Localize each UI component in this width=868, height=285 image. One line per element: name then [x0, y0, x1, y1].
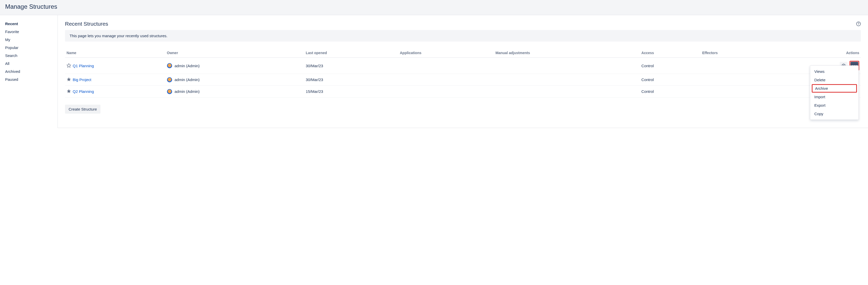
- help-icon[interactable]: ?: [856, 22, 861, 26]
- effectors-cell: [701, 86, 773, 98]
- star-filled-icon[interactable]: [66, 89, 71, 94]
- col-effectors: Effectors: [701, 49, 773, 58]
- main-content: Recent Structures ? This page lets you m…: [58, 15, 868, 128]
- svg-marker-2: [67, 77, 71, 81]
- effectors-cell: [701, 74, 773, 86]
- table-row: Q2 Planning admin (Admin) 15/Mar/23 Cont…: [65, 86, 861, 98]
- col-name: Name: [65, 49, 165, 58]
- dropdown-item-import[interactable]: Import: [810, 93, 859, 101]
- star-filled-icon[interactable]: [66, 77, 71, 82]
- dropdown-item-archive[interactable]: Archive: [812, 84, 857, 93]
- structure-name-link[interactable]: Big Project: [73, 77, 91, 82]
- sidebar-item-favorite[interactable]: Favorite: [5, 28, 58, 36]
- col-applications: Applications: [398, 49, 494, 58]
- access-cell: Control: [640, 74, 701, 86]
- col-access: Access: [640, 49, 701, 58]
- dropdown-item-export[interactable]: Export: [810, 101, 859, 110]
- col-manual-adjustments: Manual adjustments: [494, 49, 640, 58]
- manual-adjustments-cell: [494, 86, 640, 98]
- sidebar-item-my[interactable]: My: [5, 36, 58, 44]
- avatar: [167, 63, 172, 68]
- owner-name: admin (Admin): [175, 89, 200, 94]
- sidebar-item-recent[interactable]: Recent: [5, 20, 58, 28]
- svg-marker-0: [67, 63, 71, 67]
- structures-table: Name Owner Last opened Applications Manu…: [65, 49, 861, 98]
- applications-cell: [398, 58, 494, 74]
- last-opened: 30/Mar/23: [304, 58, 398, 74]
- effectors-cell: [701, 58, 773, 74]
- sidebar-item-all[interactable]: All: [5, 60, 58, 68]
- section-title: Recent Structures: [65, 21, 108, 27]
- structure-name-link[interactable]: Q2 Planning: [73, 89, 94, 94]
- owner-name: admin (Admin): [175, 64, 200, 68]
- header-bar: Manage Structures: [0, 0, 868, 15]
- avatar: [167, 89, 172, 94]
- actions-dropdown: Views Delete Archive Import Export Copy: [810, 65, 859, 120]
- col-last-opened: Last opened: [304, 49, 398, 58]
- access-cell: Control: [640, 86, 701, 98]
- table-row: Big Project admin (Admin) 30/Mar/23 Cont…: [65, 74, 861, 86]
- sidebar-item-paused[interactable]: Paused: [5, 75, 58, 83]
- col-owner: Owner: [165, 49, 304, 58]
- last-opened: 30/Mar/23: [304, 74, 398, 86]
- create-structure-button[interactable]: Create Structure: [65, 105, 100, 114]
- sidebar-item-archived[interactable]: Archived: [5, 68, 58, 75]
- dropdown-item-delete[interactable]: Delete: [810, 76, 859, 84]
- avatar: [167, 77, 172, 82]
- col-actions: Actions: [773, 49, 861, 58]
- last-opened: 15/Mar/23: [304, 86, 398, 98]
- star-outline-icon[interactable]: [66, 63, 71, 69]
- page-title: Manage Structures: [5, 3, 863, 10]
- applications-cell: [398, 74, 494, 86]
- manual-adjustments-cell: [494, 74, 640, 86]
- applications-cell: [398, 86, 494, 98]
- manual-adjustments-cell: [494, 58, 640, 74]
- table-row: Q1 Planning admin (Admin) 30/Mar/23 Cont…: [65, 58, 861, 74]
- sidebar-item-search[interactable]: Search: [5, 51, 58, 60]
- sidebar: Recent Favorite My Popular Search All Ar…: [0, 15, 58, 128]
- svg-marker-3: [67, 89, 71, 93]
- structure-name-link[interactable]: Q1 Planning: [73, 64, 94, 68]
- owner-name: admin (Admin): [175, 77, 200, 82]
- dropdown-item-views[interactable]: Views: [810, 67, 859, 76]
- dropdown-item-copy[interactable]: Copy: [810, 110, 859, 118]
- info-box: This page lets you manage your recently …: [65, 30, 861, 42]
- sidebar-item-popular[interactable]: Popular: [5, 44, 58, 51]
- access-cell: Control: [640, 58, 701, 74]
